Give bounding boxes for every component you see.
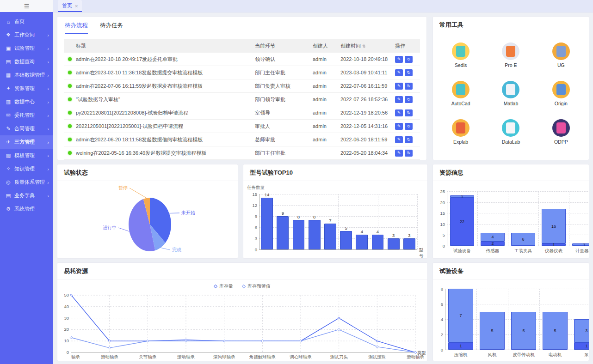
y-tick: 15 (246, 192, 257, 197)
tool-Sedis[interactable]: Sedis (452, 42, 469, 68)
row-ops: ✎↻ (395, 69, 420, 76)
process-button[interactable]: ↻ (405, 56, 413, 63)
app-root: ☰ ⌂首页❖工作空间›▣试验管理›▤数据查询›▦基础数据管理›✦资源管理›▥数据… (0, 0, 593, 364)
sidebar-item-试验管理[interactable]: ▣试验管理› (0, 42, 53, 55)
tool-UG[interactable]: UG (552, 42, 570, 68)
row-title: 20221205001[20221205001]-试验归档申请流程 (76, 123, 255, 130)
process-button[interactable]: ↻ (405, 123, 413, 130)
sidebar-item-label: 数据中心 (14, 98, 35, 105)
process-button[interactable]: ↻ (405, 96, 413, 103)
tool-Pro E[interactable]: Pro E (502, 42, 519, 68)
process-button[interactable]: ↻ (405, 150, 413, 157)
edit-button[interactable]: ✎ (395, 69, 403, 76)
row-ops: ✎↻ (395, 136, 420, 143)
sidebar-item-系统管理[interactable]: ⚙系统管理 (0, 202, 53, 216)
consumables-panel: 易耗资源 库存量库存预警值01020304050轴承滑动轴承关节轴承滚动轴承深沟… (57, 262, 428, 361)
gridline-v (569, 191, 569, 246)
edit-button[interactable]: ✎ (395, 150, 403, 157)
gridline-v (476, 289, 477, 350)
tool-app-icon (452, 81, 469, 98)
category-label: 试验设备 (447, 248, 477, 254)
edit-button[interactable]: ✎ (395, 56, 403, 63)
category-label: 压缩机 (445, 352, 476, 358)
sidebar-collapse-button[interactable]: ☰ (0, 0, 53, 12)
data-point-marker (108, 346, 111, 349)
tab-pending-tasks[interactable]: 待办任务 (100, 22, 123, 34)
process-button[interactable]: ↻ (405, 83, 413, 90)
status-dot-icon (68, 84, 72, 88)
sidebar-item-label: 系统管理 (14, 206, 35, 212)
panel-title: 试验状态 (57, 164, 238, 181)
edit-button[interactable]: ✎ (395, 123, 403, 130)
sidebar-item-业务字典[interactable]: ▤业务字典› (0, 189, 53, 202)
y-tick: 2 (432, 332, 443, 337)
dictionary-icon: ▤ (5, 193, 12, 199)
tool-ODPP[interactable]: ODPP (552, 119, 570, 145)
gridline (447, 191, 589, 192)
status-dot-icon (68, 151, 72, 155)
y-axis-label: 任务数量 (247, 185, 265, 191)
tool-Origin[interactable]: Origin (552, 81, 570, 106)
tab-pending-processes[interactable]: 待办流程 (65, 22, 88, 34)
row-title: admin在2022-07-06 16:11:59发起数据发布审核流程模板 (76, 83, 255, 90)
sidebar-item-首页[interactable]: ⌂首页 (0, 15, 53, 28)
chevron-right-icon: › (47, 59, 49, 65)
data-query-icon: ▤ (5, 59, 12, 65)
bar (403, 238, 415, 249)
sidebar-item-质量体系管理[interactable]: ◎质量体系管理› (0, 176, 53, 189)
table-row: admin在2022-10-18 20:49:17发起委托单审批领导确认admi… (64, 53, 420, 66)
row-stage: 领导确认 (255, 56, 313, 63)
sidebar-item-label: 首页 (14, 18, 25, 25)
tool-app-icon (502, 81, 519, 98)
sidebar-item-三方管理[interactable]: ✈三方管理› (0, 135, 53, 149)
sidebar-item-模板管理[interactable]: ▧模板管理› (0, 149, 53, 162)
row-creator: admin (313, 97, 340, 102)
sidebar-item-数据中心[interactable]: ▥数据中心› (0, 95, 53, 109)
sidebar-item-label: 数据查询 (14, 58, 35, 65)
status-dot-icon (68, 124, 72, 128)
sidebar-item-数据查询[interactable]: ▤数据查询› (0, 55, 53, 68)
consumables-line-chart: 库存量库存预警值01020304050轴承滑动轴承关节轴承滚动轴承深沟球轴承角接… (57, 279, 427, 361)
process-button[interactable]: ↻ (405, 136, 413, 143)
y-tick: 0 (246, 247, 257, 252)
sidebar-item-label: 质量体系管理 (14, 179, 45, 186)
sidebar-item-工作空间[interactable]: ❖工作空间› (0, 28, 53, 42)
sidebar-item-label: 委托管理 (14, 112, 35, 119)
table-row: py20221208011[20221208008]-试验归档申请流程室领导ad… (64, 106, 420, 120)
y-tick: 12 (246, 203, 257, 208)
category-label: 电动机 (539, 352, 571, 358)
sidebar-item-基础数据管理[interactable]: ▦基础数据管理› (0, 68, 53, 82)
line-series-库存量 (71, 295, 415, 352)
bar-value-label: 7 (322, 218, 338, 223)
sidebar-item-知识管理[interactable]: ✧知识管理› (0, 162, 53, 176)
category-label: 传感器 (477, 248, 508, 254)
tool-DataLab[interactable]: DataLab (502, 119, 520, 145)
data-point-marker (223, 340, 225, 342)
svg-text:滑动轴承: 滑动轴承 (101, 354, 119, 359)
tool-Explab[interactable]: Explab (452, 119, 469, 145)
y-tick: 15 (434, 211, 445, 216)
sidebar-item-委托管理[interactable]: ✉委托管理› (0, 109, 53, 122)
edit-button[interactable]: ✎ (395, 96, 403, 103)
row-stage: 部门主任审批 (255, 150, 313, 157)
sidebar-item-资源管理[interactable]: ✦资源管理› (0, 82, 53, 95)
row-time: 2022-12-05 14:31:16 (340, 123, 395, 129)
col-time[interactable]: 创建时间⇅ (340, 42, 395, 49)
chevron-right-icon: › (47, 153, 49, 158)
edit-button[interactable]: ✎ (395, 136, 403, 143)
sidebar-menu: ⌂首页❖工作空间›▣试验管理›▤数据查询›▦基础数据管理›✦资源管理›▥数据中心… (0, 12, 53, 216)
tab-close-icon[interactable]: × (75, 3, 78, 9)
edit-button[interactable]: ✎ (395, 83, 403, 90)
bar-value-label: 5 (338, 225, 354, 231)
edit-button[interactable]: ✎ (395, 109, 403, 116)
tool-app-icon (452, 42, 469, 60)
table-row: admin在2023-02-10 11:36:18发起数据提交审核流程模板部门主… (64, 66, 420, 79)
tool-Matlab[interactable]: Matlab (502, 81, 519, 106)
process-button[interactable]: ↻ (405, 109, 413, 116)
tool-AutoCad[interactable]: AutoCad (451, 81, 470, 106)
process-button[interactable]: ↻ (405, 69, 413, 76)
tab-home[interactable]: 首页 × (58, 0, 82, 12)
status-dot-icon (68, 97, 72, 101)
sidebar-item-合同管理[interactable]: ✎合同管理› (0, 122, 53, 135)
chevron-right-icon: › (47, 32, 49, 38)
